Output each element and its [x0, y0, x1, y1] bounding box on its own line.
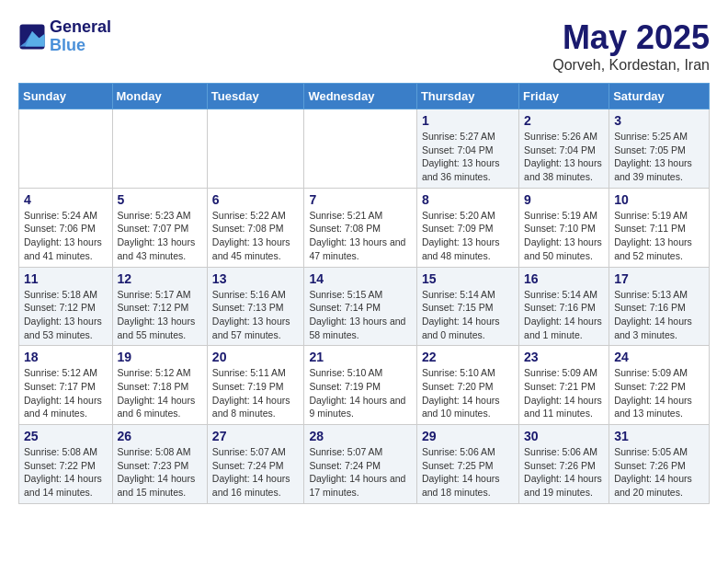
calendar-week-row: 25Sunrise: 5:08 AM Sunset: 7:22 PM Dayli…: [19, 425, 710, 504]
day-info: Sunrise: 5:08 AM Sunset: 7:22 PM Dayligh…: [24, 445, 108, 500]
day-number: 19: [118, 350, 202, 364]
day-info: Sunrise: 5:06 AM Sunset: 7:26 PM Dayligh…: [524, 445, 604, 500]
calendar-cell: [304, 109, 417, 189]
day-number: 14: [309, 271, 412, 286]
day-info: Sunrise: 5:19 AM Sunset: 7:11 PM Dayligh…: [614, 209, 704, 263]
day-number: 27: [212, 429, 300, 443]
calendar-cell: 10Sunrise: 5:19 AM Sunset: 7:11 PM Dayli…: [609, 188, 710, 267]
day-info: Sunrise: 5:21 AM Sunset: 7:08 PM Dayligh…: [309, 209, 412, 263]
day-info: Sunrise: 5:06 AM Sunset: 7:25 PM Dayligh…: [422, 445, 514, 500]
day-number: 21: [309, 350, 412, 364]
day-number: 8: [422, 192, 514, 207]
day-info: Sunrise: 5:14 AM Sunset: 7:15 PM Dayligh…: [422, 288, 514, 342]
weekday-header-saturday: Saturday: [609, 84, 710, 109]
calendar-cell: 28Sunrise: 5:07 AM Sunset: 7:24 PM Dayli…: [304, 425, 417, 504]
calendar-cell: 26Sunrise: 5:08 AM Sunset: 7:23 PM Dayli…: [112, 425, 207, 504]
day-number: 2: [524, 113, 604, 128]
calendar-week-row: 18Sunrise: 5:12 AM Sunset: 7:17 PM Dayli…: [19, 346, 710, 425]
day-number: 16: [524, 271, 604, 286]
day-number: 29: [422, 429, 514, 443]
location-subtitle: Qorveh, Kordestan, Iran: [552, 57, 710, 74]
calendar-week-row: 11Sunrise: 5:18 AM Sunset: 7:12 PM Dayli…: [19, 267, 710, 346]
calendar-cell: 4Sunrise: 5:24 AM Sunset: 7:06 PM Daylig…: [19, 188, 113, 267]
calendar-cell: 19Sunrise: 5:12 AM Sunset: 7:18 PM Dayli…: [112, 346, 207, 425]
day-info: Sunrise: 5:18 AM Sunset: 7:12 PM Dayligh…: [24, 288, 108, 342]
day-number: 15: [422, 271, 514, 286]
day-info: Sunrise: 5:08 AM Sunset: 7:23 PM Dayligh…: [118, 445, 202, 500]
month-title: May 2025: [552, 18, 710, 57]
weekday-header-tuesday: Tuesday: [207, 84, 304, 109]
calendar-cell: 23Sunrise: 5:09 AM Sunset: 7:21 PM Dayli…: [519, 346, 609, 425]
calendar-cell: 17Sunrise: 5:13 AM Sunset: 7:16 PM Dayli…: [609, 267, 710, 346]
weekday-header-thursday: Thursday: [416, 84, 518, 109]
day-info: Sunrise: 5:22 AM Sunset: 7:08 PM Dayligh…: [212, 209, 300, 263]
day-info: Sunrise: 5:24 AM Sunset: 7:06 PM Dayligh…: [24, 209, 108, 263]
calendar-cell: 7Sunrise: 5:21 AM Sunset: 7:08 PM Daylig…: [304, 188, 417, 267]
day-info: Sunrise: 5:20 AM Sunset: 7:09 PM Dayligh…: [422, 209, 514, 263]
calendar-cell: 8Sunrise: 5:20 AM Sunset: 7:09 PM Daylig…: [416, 188, 518, 267]
day-number: 1: [422, 113, 514, 128]
day-number: 20: [212, 350, 300, 364]
logo-text: General Blue: [50, 18, 111, 55]
calendar-cell: 9Sunrise: 5:19 AM Sunset: 7:10 PM Daylig…: [519, 188, 609, 267]
calendar-cell: 25Sunrise: 5:08 AM Sunset: 7:22 PM Dayli…: [19, 425, 113, 504]
day-number: 24: [614, 350, 704, 364]
day-info: Sunrise: 5:05 AM Sunset: 7:26 PM Dayligh…: [614, 445, 704, 500]
day-info: Sunrise: 5:16 AM Sunset: 7:13 PM Dayligh…: [212, 288, 300, 342]
calendar-cell: [207, 109, 304, 189]
day-info: Sunrise: 5:09 AM Sunset: 7:22 PM Dayligh…: [614, 366, 704, 420]
day-number: 22: [422, 350, 514, 364]
day-number: 28: [309, 429, 412, 443]
day-info: Sunrise: 5:14 AM Sunset: 7:16 PM Dayligh…: [524, 288, 604, 342]
page-header: General Blue May 2025 Qorveh, Kordestan,…: [18, 18, 710, 74]
day-info: Sunrise: 5:19 AM Sunset: 7:10 PM Dayligh…: [524, 209, 604, 263]
day-number: 13: [212, 271, 300, 286]
day-info: Sunrise: 5:17 AM Sunset: 7:12 PM Dayligh…: [118, 288, 202, 342]
calendar-cell: 16Sunrise: 5:14 AM Sunset: 7:16 PM Dayli…: [519, 267, 609, 346]
day-info: Sunrise: 5:07 AM Sunset: 7:24 PM Dayligh…: [212, 445, 300, 500]
day-number: 7: [309, 192, 412, 207]
day-info: Sunrise: 5:12 AM Sunset: 7:18 PM Dayligh…: [118, 366, 202, 420]
logo-icon: [18, 23, 46, 51]
calendar-table: SundayMondayTuesdayWednesdayThursdayFrid…: [18, 83, 710, 504]
calendar-cell: 21Sunrise: 5:10 AM Sunset: 7:19 PM Dayli…: [304, 346, 417, 425]
calendar-cell: 20Sunrise: 5:11 AM Sunset: 7:19 PM Dayli…: [207, 346, 304, 425]
day-info: Sunrise: 5:27 AM Sunset: 7:04 PM Dayligh…: [422, 130, 514, 184]
day-number: 5: [118, 192, 202, 207]
calendar-cell: 2Sunrise: 5:26 AM Sunset: 7:04 PM Daylig…: [519, 109, 609, 189]
calendar-cell: 27Sunrise: 5:07 AM Sunset: 7:24 PM Dayli…: [207, 425, 304, 504]
calendar-cell: 14Sunrise: 5:15 AM Sunset: 7:14 PM Dayli…: [304, 267, 417, 346]
calendar-cell: 3Sunrise: 5:25 AM Sunset: 7:05 PM Daylig…: [609, 109, 710, 189]
title-block: May 2025 Qorveh, Kordestan, Iran: [552, 18, 710, 74]
calendar-cell: 15Sunrise: 5:14 AM Sunset: 7:15 PM Dayli…: [416, 267, 518, 346]
weekday-header-row: SundayMondayTuesdayWednesdayThursdayFrid…: [19, 84, 710, 109]
calendar-cell: 5Sunrise: 5:23 AM Sunset: 7:07 PM Daylig…: [112, 188, 207, 267]
day-info: Sunrise: 5:10 AM Sunset: 7:20 PM Dayligh…: [422, 366, 514, 420]
day-number: 23: [524, 350, 604, 364]
day-number: 26: [118, 429, 202, 443]
day-number: 17: [614, 271, 704, 286]
calendar-cell: 11Sunrise: 5:18 AM Sunset: 7:12 PM Dayli…: [19, 267, 113, 346]
day-number: 18: [24, 350, 108, 364]
day-number: 31: [614, 429, 704, 443]
day-info: Sunrise: 5:15 AM Sunset: 7:14 PM Dayligh…: [309, 288, 412, 342]
day-number: 12: [118, 271, 202, 286]
day-number: 10: [614, 192, 704, 207]
calendar-cell: [19, 109, 113, 189]
day-number: 3: [614, 113, 704, 128]
day-info: Sunrise: 5:26 AM Sunset: 7:04 PM Dayligh…: [524, 130, 604, 184]
day-number: 11: [24, 271, 108, 286]
calendar-cell: [112, 109, 207, 189]
calendar-cell: 24Sunrise: 5:09 AM Sunset: 7:22 PM Dayli…: [609, 346, 710, 425]
day-info: Sunrise: 5:10 AM Sunset: 7:19 PM Dayligh…: [309, 366, 412, 420]
day-info: Sunrise: 5:07 AM Sunset: 7:24 PM Dayligh…: [309, 445, 412, 500]
weekday-header-friday: Friday: [519, 84, 609, 109]
day-info: Sunrise: 5:23 AM Sunset: 7:07 PM Dayligh…: [118, 209, 202, 263]
calendar-cell: 13Sunrise: 5:16 AM Sunset: 7:13 PM Dayli…: [207, 267, 304, 346]
weekday-header-sunday: Sunday: [19, 84, 113, 109]
calendar-week-row: 1Sunrise: 5:27 AM Sunset: 7:04 PM Daylig…: [19, 109, 710, 189]
day-number: 4: [24, 192, 108, 207]
calendar-cell: 22Sunrise: 5:10 AM Sunset: 7:20 PM Dayli…: [416, 346, 518, 425]
calendar-cell: 29Sunrise: 5:06 AM Sunset: 7:25 PM Dayli…: [416, 425, 518, 504]
weekday-header-monday: Monday: [112, 84, 207, 109]
